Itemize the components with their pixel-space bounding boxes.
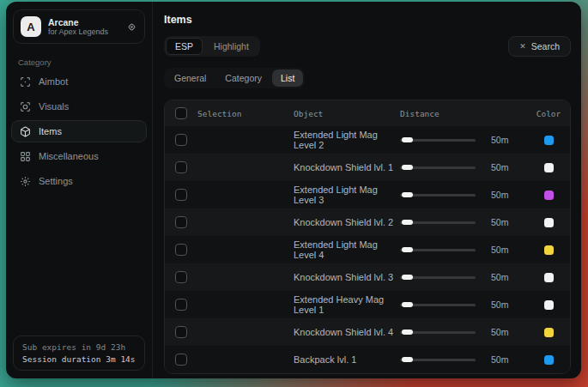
object-name: Backpack lvl. 1 [294, 354, 400, 365]
table-row: Knockdown Shield lvl. 3 50m [165, 263, 570, 291]
select-all-checkbox[interactable] [175, 107, 187, 119]
search-button-label: Search [531, 41, 560, 51]
color-swatch[interactable] [544, 328, 554, 337]
color-swatch[interactable] [544, 300, 554, 310]
table-row: Knockdown Shield lvl. 1 50m [165, 154, 570, 181]
tab-list[interactable]: List [272, 70, 303, 87]
row-checkbox[interactable] [175, 189, 187, 201]
table-row: Extended Light Mag Level 3 50m [165, 181, 570, 209]
distance-slider[interactable] [400, 163, 476, 172]
sidebar-item-settings[interactable]: Settings [11, 170, 147, 192]
app-window: A Arcane for Apex Legends Category Aimbo… [6, 2, 581, 378]
distance-value: 50m [491, 190, 508, 200]
object-name: Extended Light Mag Level 4 [294, 239, 400, 260]
sidebar-item-label: Items [39, 126, 62, 136]
distance-slider[interactable] [400, 190, 476, 199]
object-name: Knockdown Shield lvl. 4 [294, 327, 400, 337]
color-swatch[interactable] [544, 163, 554, 172]
crosshair-icon [20, 76, 31, 88]
distance-slider[interactable] [400, 273, 476, 281]
gear-icon [20, 176, 31, 187]
slider-handle[interactable] [402, 220, 413, 225]
mode-tab-group: ESP Highlight [164, 36, 260, 57]
sidebar-item-miscellaneous[interactable]: Miscellaneous [11, 145, 147, 167]
slider-handle[interactable] [402, 275, 413, 280]
distance-value: 50m [491, 162, 508, 172]
distance-slider[interactable] [400, 136, 476, 144]
app-logo: A [21, 16, 41, 37]
row-checkbox[interactable] [175, 161, 187, 173]
slider-handle[interactable] [402, 302, 413, 307]
col-header-distance: Distance [400, 109, 527, 118]
col-header-color: Color [527, 109, 570, 118]
grid-icon [20, 151, 31, 162]
col-header-object: Object [294, 109, 400, 118]
close-icon: ✕ [519, 42, 526, 51]
category-label: Category [18, 57, 152, 67]
table-header: Selection Object Distance Color [165, 100, 570, 126]
sidebar-item-label: Settings [39, 176, 73, 186]
color-swatch[interactable] [544, 273, 554, 282]
distance-value: 50m [491, 299, 508, 310]
session-duration-text: Session duration 3m 14s [22, 354, 136, 364]
main-panel: Items ESP Highlight ✕ Search General Cat… [153, 2, 581, 378]
slider-handle[interactable] [402, 192, 413, 197]
row-checkbox[interactable] [175, 354, 187, 366]
package-icon [20, 126, 31, 137]
col-header-selection: Selection [197, 109, 241, 118]
row-checkbox[interactable] [175, 134, 187, 146]
slider-handle[interactable] [402, 330, 413, 335]
table-row: Knockdown Shield lvl. 4 50m [165, 318, 570, 346]
slider-handle[interactable] [402, 247, 413, 252]
row-checkbox[interactable] [175, 326, 187, 338]
subscription-info-card: Sub expires in 9d 23h Session duration 3… [13, 336, 145, 371]
items-table: Selection Object Distance Color Extended… [164, 100, 571, 374]
app-header-card: A Arcane for Apex Legends [13, 9, 145, 44]
distance-slider[interactable] [400, 300, 476, 309]
row-checkbox[interactable] [175, 271, 187, 283]
sidebar-item-label: Aimbot [39, 76, 68, 87]
table-row: Extended Heavy Mag Level 1 50m [165, 291, 570, 318]
sidebar-item-label: Miscellaneous [39, 151, 99, 161]
slider-handle[interactable] [402, 357, 413, 362]
distance-value: 50m [491, 354, 508, 365]
color-swatch[interactable] [544, 136, 554, 145]
search-button[interactable]: ✕ Search [508, 36, 571, 57]
slider-handle[interactable] [402, 137, 413, 142]
tab-highlight[interactable]: Highlight [204, 38, 258, 55]
distance-slider[interactable] [400, 245, 476, 254]
color-swatch[interactable] [544, 355, 554, 365]
distance-slider[interactable] [400, 355, 476, 364]
sidebar-item-items[interactable]: Items [11, 120, 147, 142]
sub-expires-text: Sub expires in 9d 23h [22, 342, 136, 352]
view-tab-group: General Category List [164, 68, 305, 88]
color-swatch[interactable] [544, 245, 554, 255]
slider-handle[interactable] [402, 165, 413, 170]
tab-general[interactable]: General [166, 70, 215, 87]
object-name: Knockdown Shield lvl. 2 [294, 217, 400, 227]
row-checkbox[interactable] [175, 244, 187, 256]
object-name: Knockdown Shield lvl. 3 [294, 272, 400, 282]
tab-category[interactable]: Category [216, 70, 270, 87]
distance-slider[interactable] [400, 218, 476, 227]
color-swatch[interactable] [544, 190, 554, 200]
table-row: Extended Light Mag Level 2 50m [165, 126, 570, 154]
sidebar: A Arcane for Apex Legends Category Aimbo… [6, 2, 153, 378]
table-row: Backpack lvl. 1 50m [165, 346, 570, 373]
distance-slider[interactable] [400, 328, 476, 336]
distance-value: 50m [491, 245, 508, 255]
pin-icon[interactable] [126, 21, 137, 33]
sidebar-item-visuals[interactable]: Visuals [11, 95, 147, 118]
table-body: Extended Light Mag Level 2 50m Knockdown… [165, 126, 570, 373]
row-checkbox[interactable] [175, 299, 187, 311]
color-swatch[interactable] [544, 218, 554, 227]
tab-esp[interactable]: ESP [166, 38, 203, 55]
app-name: Arcane [48, 17, 119, 27]
object-name: Extended Heavy Mag Level 1 [294, 294, 400, 315]
table-row: Extended Light Mag Level 4 50m [165, 236, 570, 263]
app-subtitle: for Apex Legends [48, 27, 119, 36]
table-row: Knockdown Shield lvl. 2 50m [165, 209, 570, 236]
object-name: Extended Light Mag Level 2 [294, 130, 400, 150]
sidebar-item-aimbot[interactable]: Aimbot [11, 70, 147, 93]
row-checkbox[interactable] [175, 216, 187, 228]
